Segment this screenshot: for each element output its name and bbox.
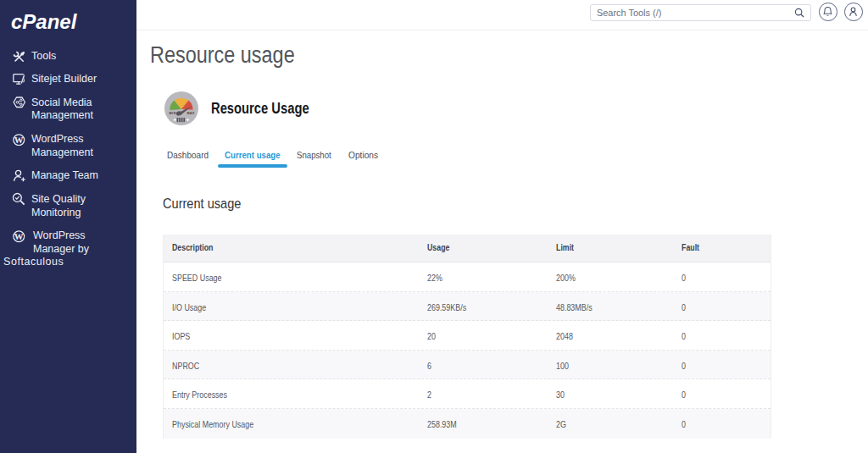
svg-text:W: W (14, 134, 24, 144)
svg-text:MIN: MIN (169, 112, 175, 115)
svg-text:W: W (14, 231, 24, 241)
svg-text:MAX: MAX (187, 112, 195, 115)
